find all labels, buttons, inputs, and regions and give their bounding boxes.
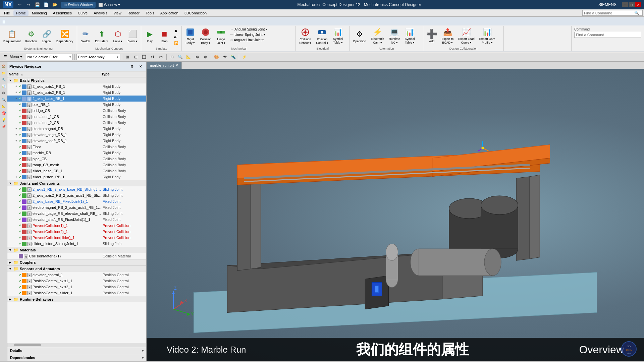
- tree-item-sliderbase[interactable]: ✔ g slider_base_CB_1 Collision Body: [7, 168, 146, 174]
- menu-home[interactable]: Home: [13, 10, 29, 16]
- details-section[interactable]: Details ▾: [7, 347, 146, 354]
- tree-item-electromagnet[interactable]: + ✔ g electromagnet_RB Rigid Body: [7, 126, 146, 132]
- left-btn-10[interactable]: 📌: [1, 123, 7, 129]
- tb-btn-12[interactable]: 👁: [221, 53, 229, 61]
- tree-item-joint6[interactable]: ✔ X elevator_shaft_RB_FixedJoint(1)_1 Fi…: [7, 217, 146, 223]
- rigid-body-btn[interactable]: RigidBody ▾: [183, 27, 197, 46]
- tree-item-axis1[interactable]: + ✔ g 2_axis_axis1_RB_1 Rigid Body: [7, 83, 146, 89]
- dependencies-section[interactable]: Dependencies ▾: [7, 354, 146, 361]
- tree-item-pipe[interactable]: ✔ g pipe_CB Collision Body: [7, 156, 146, 162]
- operation-btn[interactable]: ⚙ Operation: [351, 27, 368, 46]
- menu-btn[interactable]: ☰: [1, 53, 9, 61]
- left-btn-5[interactable]: ⚙: [1, 90, 7, 96]
- collision-body-btn[interactable]: CollisionBody ▾: [198, 27, 213, 46]
- menu-analysis[interactable]: Analysis: [91, 10, 110, 16]
- left-btn-2[interactable]: 📁: [1, 70, 7, 76]
- tree-item-posctrlslider[interactable]: ✔ X PositionControl_slider_1 Position Co…: [7, 290, 146, 296]
- minimize-btn[interactable]: −: [622, 2, 628, 7]
- tb-btn-1[interactable]: ⊞: [124, 53, 131, 61]
- step-btn[interactable]: ⏭: [173, 34, 179, 40]
- scope-dropdown[interactable]: Entire Assembly: [76, 54, 120, 60]
- tb-btn-8[interactable]: 📐: [185, 53, 193, 61]
- tree-item-axisbase[interactable]: + ✔ g 2_axis_base_RB_1 Rigid Body: [7, 96, 146, 102]
- position-control-btn[interactable]: PositionControl ▾: [314, 27, 330, 46]
- logical-btn[interactable]: 🔗 Logical: [40, 27, 54, 46]
- tab-close-icon[interactable]: ✕: [175, 63, 178, 67]
- sketch-btn[interactable]: ✏ Sketch: [78, 27, 93, 46]
- tree-item-cont2cb[interactable]: ✔ g container_2_CB Collision Body: [7, 120, 146, 126]
- menu-file[interactable]: File: [1, 10, 13, 16]
- tb-btn-2[interactable]: ⊡: [132, 53, 140, 61]
- command-search-input[interactable]: [584, 11, 634, 15]
- tree-item-joint2[interactable]: ✔ X 2_axis_axis2_RB_2_axis_axis1_RB_Slid…: [7, 192, 146, 198]
- left-btn-1[interactable]: 🏠: [1, 63, 7, 69]
- tree-item-marble[interactable]: ✔ g marble_RB Rigid Body: [7, 150, 146, 156]
- tree-item-prevent3[interactable]: ✔ X PreventCollision(slider)_1 Prevent C…: [7, 235, 146, 241]
- viewport-tab-marble[interactable]: marble_run.prt ✕: [147, 62, 182, 69]
- collision-sensor-btn[interactable]: CollisionSensor ▾: [297, 27, 313, 46]
- tree-item-elevctrl[interactable]: ✔ X elevator_control_1 Position Control: [7, 272, 146, 278]
- menu-application[interactable]: Application: [158, 10, 181, 16]
- export-cam-profile-btn[interactable]: 📊 Export CamProfile ▾: [477, 27, 497, 46]
- menu-assemblies[interactable]: Assemblies: [50, 10, 74, 16]
- electronic-cam-btn[interactable]: ⚡ ElectronicCam ▾: [369, 27, 386, 46]
- tb-btn-11[interactable]: 🎨: [213, 53, 220, 61]
- command-search[interactable]: 🔍: [582, 10, 643, 16]
- extrude-btn[interactable]: ⬆ Extrude ▾: [93, 27, 110, 46]
- tb-btn-9[interactable]: ⊗: [194, 53, 201, 61]
- ribbon-menu-icon[interactable]: ☰: [0, 18, 7, 25]
- runtime-nc-btn[interactable]: 💻 RuntimeNC ▾: [387, 27, 402, 46]
- hinge-joint-btn[interactable]: HingeJoint ▾: [214, 27, 228, 46]
- viewport-canvas[interactable]: Z Y X Video 2: Marble Run 我们的组件的属性 Overv…: [147, 69, 644, 361]
- tree-item-prevent2[interactable]: ✔ X PreventCollision(2)_1 Prevent Collis…: [7, 229, 146, 235]
- titlebar-undo[interactable]: ↩: [16, 1, 23, 8]
- left-btn-4[interactable]: 📊: [1, 83, 7, 89]
- maximize-btn[interactable]: □: [629, 2, 635, 7]
- block-btn[interactable]: ⬜ Block ▾: [125, 27, 140, 46]
- tree-item-joint3[interactable]: ✔ X 2_axis_base_RB_FixedJoint(1)_1 Fixed…: [7, 198, 146, 204]
- dependency-btn[interactable]: 🔀 Dependency: [54, 27, 75, 46]
- switch-window-btn[interactable]: ⊞Switch Window: [61, 2, 96, 8]
- stop-btn[interactable]: ⏹ Stop: [157, 27, 171, 46]
- tree-item-boxrb[interactable]: ✔ g box_RB_1 Rigid Body: [7, 102, 146, 108]
- menu-curve[interactable]: Curve: [75, 10, 90, 16]
- tree-item-posctrl2[interactable]: ✔ X PositionControl_axis2_1 Position Con…: [7, 284, 146, 290]
- command-bar-input[interactable]: [574, 32, 641, 38]
- export-load-curve-btn[interactable]: 📈 Export LoadCurve ▾: [456, 27, 477, 46]
- left-btn-8[interactable]: 🎯: [1, 110, 7, 116]
- titlebar-new[interactable]: 📄: [42, 1, 50, 8]
- section-sensors[interactable]: ▼ 📁 Sensors and Actuators: [7, 265, 146, 272]
- menu-3dconnexion[interactable]: 3DConnexion: [182, 10, 210, 16]
- menu-label[interactable]: Menu ▾: [10, 55, 22, 59]
- angular-spring-btn[interactable]: 〰 Angular Spring Joint ▾: [229, 27, 268, 32]
- tree-item-joint5[interactable]: ✔ X elevator_cage_RB_elevator_shaft_RB_S…: [7, 210, 146, 217]
- physics-settings-btn[interactable]: ⚙: [128, 63, 136, 70]
- tb-btn-14[interactable]: ⚡: [241, 53, 248, 61]
- tree-item-joint1[interactable]: ✔ X 2_axis1_RB_2_axis_base_RB_SlidingJoi…: [7, 186, 146, 192]
- tree-item-prevent1[interactable]: ✔ X PreventCollision(1)_1 Prevent Collis…: [7, 223, 146, 229]
- section-couplers[interactable]: ▶ 📁 Couplers: [7, 259, 146, 265]
- function-btn[interactable]: ⚙ Function: [23, 27, 39, 46]
- window-btn[interactable]: ⬜Window ▾: [98, 3, 120, 7]
- angular-limit-btn[interactable]: ↻ Angular Limit Joint ▾: [229, 38, 268, 43]
- titlebar-open[interactable]: 📂: [51, 1, 58, 8]
- export-ecad-btn[interactable]: 📤 Export toECAD ▾: [439, 27, 455, 46]
- left-btn-3[interactable]: 🔧: [1, 76, 7, 82]
- auto-symbol-table-btn[interactable]: 📊 SymbolTable ▾: [403, 27, 417, 46]
- tree-item-material[interactable]: g CollisionMaterial(1) Collision Materia…: [7, 253, 146, 259]
- section-runtime[interactable]: ▶ 📁 Runtime Behaviors: [7, 296, 146, 302]
- physics-close-btn[interactable]: ✕: [137, 63, 144, 70]
- titlebar-save[interactable]: 💾: [34, 1, 41, 8]
- left-btn-6[interactable]: 🔍: [1, 97, 7, 103]
- section-basic-physics[interactable]: ▼ 📁 Basic Physics: [7, 77, 146, 83]
- tree-item-posctrl1[interactable]: ✔ X PositionControl_axis1_1 Position Con…: [7, 278, 146, 284]
- menu-modeling[interactable]: Modeling: [29, 10, 50, 16]
- requirement-btn[interactable]: 📋 Requirement: [1, 27, 23, 46]
- close-btn[interactable]: ✕: [635, 2, 641, 7]
- tree-item-bridgecb[interactable]: ✔ g bridge_CB Collision Body: [7, 108, 146, 114]
- tree-item-joint4[interactable]: ✔ X electromagnet_RB_2_axis_axis2_RB_1_F…: [7, 204, 146, 210]
- tb-btn-13[interactable]: 🔦: [230, 53, 237, 61]
- unite-btn[interactable]: ⬡ Unite ▾: [111, 27, 125, 46]
- menu-render[interactable]: Render: [125, 10, 142, 16]
- selection-filter-dropdown[interactable]: No Selection Filter: [26, 54, 73, 60]
